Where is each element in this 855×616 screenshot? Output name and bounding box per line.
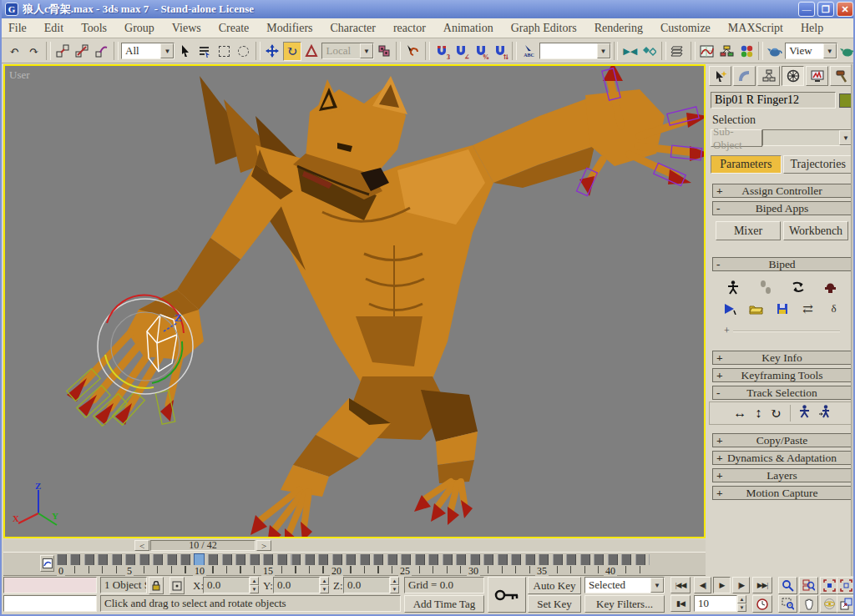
trajectories-tab-button[interactable]: Trajectories [783,155,854,174]
z-coordinate-field[interactable]: 0.0 [343,577,390,593]
rollout-dynamics-adaptation[interactable]: + Dynamics & Adaptation [712,451,852,465]
save-file-icon[interactable] [773,300,792,317]
render-scene-icon[interactable] [766,42,784,61]
menu-help[interactable]: Help [801,22,823,35]
snap-toggle-3d-icon[interactable]: 3 [433,42,451,61]
percent-snap-toggle-icon[interactable]: % [471,42,489,61]
dropdown-arrow-icon[interactable]: ▼ [823,43,837,58]
menu-create[interactable]: Create [219,22,250,35]
previous-frame-button[interactable]: ◀|| [694,577,711,593]
body-horizontal-icon[interactable]: ↔ [733,406,746,421]
move-all-mode-icon[interactable]: δ [825,300,843,317]
lock-com-keying-icon[interactable] [799,405,810,422]
select-and-scale-icon[interactable] [302,42,321,61]
selection-lock-icon[interactable] [149,577,164,594]
menu-group[interactable]: Group [124,22,154,35]
dropdown-arrow-icon[interactable]: ▼ [360,43,373,58]
select-object-icon[interactable] [175,42,194,61]
motion-flow-mode-icon[interactable] [789,279,807,295]
dropdown-arrow-icon[interactable]: ▼ [650,578,664,593]
tab-motion-icon[interactable] [782,66,804,86]
key-mode-toggle-button[interactable]: ▮◀ [670,595,691,612]
quick-render-icon[interactable] [838,42,855,61]
current-frame-field[interactable]: 10 [694,595,737,612]
curve-editor-icon[interactable] [698,42,716,61]
menu-rendering[interactable]: Rendering [594,22,643,35]
set-keys-button[interactable] [488,577,526,613]
rollout-keyframing-tools[interactable]: + Keyframing Tools [712,368,852,382]
biped-playback-icon[interactable] [721,300,740,317]
menu-graph-editors[interactable]: Graph Editors [511,22,577,35]
rollout-layers[interactable]: + Layers [712,468,852,482]
menu-reactor[interactable]: reactor [393,22,426,35]
x-coordinate-field[interactable]: 0.0 [203,577,250,593]
body-vertical-icon[interactable]: ↕ [755,406,761,421]
menu-file[interactable]: File [8,22,27,35]
layer-manager-icon[interactable] [669,42,687,61]
y-coordinate-field[interactable]: 0.0 [273,577,320,593]
zoom-all-icon[interactable] [799,577,818,594]
zoom-extents-all-icon[interactable] [837,577,855,594]
previous-frame-slider-button[interactable]: < [134,540,149,551]
body-rotation-icon[interactable]: ↻ [770,406,781,422]
menu-character[interactable]: Character [331,22,376,35]
bind-to-space-warp-icon[interactable] [93,42,111,61]
rollout-track-selection[interactable]: - Track Selection [712,386,852,400]
pan-view-icon[interactable] [799,595,818,613]
tab-create-icon[interactable] [709,66,731,86]
viewport-label[interactable]: User [9,68,30,82]
go-to-end-button[interactable]: ▶▶| [752,577,772,593]
undo-icon[interactable]: ↶ [5,42,23,61]
frame-spinner[interactable]: ▲▼ [737,595,746,612]
menu-animation[interactable]: Animation [443,22,493,35]
render-type-dropdown[interactable]: View ▼ [785,43,837,59]
x-spinner[interactable]: ▲▼ [250,577,259,593]
named-selection-sets-dropdown[interactable]: ▼ [539,43,611,59]
go-to-start-button[interactable]: |◀◀ [670,577,691,593]
current-frame-marker[interactable] [194,553,205,566]
rectangular-selection-region-icon[interactable] [215,42,233,61]
selection-filter-dropdown[interactable]: All ▼ [121,43,175,59]
z-spinner[interactable]: ▲▼ [390,577,399,593]
rollout-key-info[interactable]: + Key Info [712,351,852,365]
object-name-field[interactable]: Bip01 R Finger12 [711,92,836,109]
viewport-user[interactable]: Z User Z X Y [3,64,706,538]
sub-object-dropdown[interactable]: ▼ [762,129,853,146]
mirror-icon[interactable]: ▶◀ [620,42,639,61]
spinner-snap-toggle-icon[interactable]: ⇅ [491,42,509,61]
menu-edit[interactable]: Edit [44,22,63,35]
edit-named-selection-sets-icon[interactable]: ABC [519,42,538,61]
symmetrical-tracks-icon[interactable] [818,405,831,422]
convert-icon[interactable]: ⇄ [799,300,817,317]
rollout-assign-controller[interactable]: + Assign Controller [712,184,852,198]
y-spinner[interactable]: ▲▼ [320,577,329,593]
dropdown-arrow-icon[interactable]: ▼ [160,43,174,58]
angle-snap-toggle-icon[interactable]: ∠ [452,42,470,61]
tab-display-icon[interactable] [806,66,828,86]
menu-views[interactable]: Views [172,22,201,35]
menu-maxscript[interactable]: MAXScript [728,22,783,35]
play-animation-button[interactable]: ▶ [713,577,731,593]
workbench-button[interactable]: Workbench [783,221,848,240]
selected-filter-dropdown[interactable]: Selected ▼ [584,577,665,593]
track-bar[interactable]: 0 5 10 15 20 25 30 35 40 [3,552,706,576]
zoom-icon[interactable] [778,577,797,594]
unlink-selection-icon[interactable] [73,42,91,61]
mixer-button[interactable]: Mixer [716,221,781,240]
maxscript-mini-listener-pink[interactable] [3,577,97,593]
time-configuration-button[interactable] [752,595,772,613]
sub-object-button[interactable]: Sub-Object [711,129,762,147]
menu-customize[interactable]: Customize [660,22,711,35]
load-file-icon[interactable] [747,300,766,317]
figure-mode-icon[interactable] [724,279,742,295]
maxscript-mini-listener-white[interactable] [3,595,97,612]
dropdown-arrow-icon[interactable]: ▼ [597,43,610,58]
minimize-button[interactable]: — [798,2,815,17]
restore-button[interactable]: ❐ [817,2,834,17]
select-and-move-icon[interactable] [263,42,281,61]
select-by-name-icon[interactable] [195,42,214,61]
menu-tools[interactable]: Tools [81,22,107,35]
region-zoom-icon[interactable] [778,595,797,613]
tab-modify-icon[interactable] [733,66,756,86]
biped-modes-expand-bar[interactable]: + [724,325,840,337]
